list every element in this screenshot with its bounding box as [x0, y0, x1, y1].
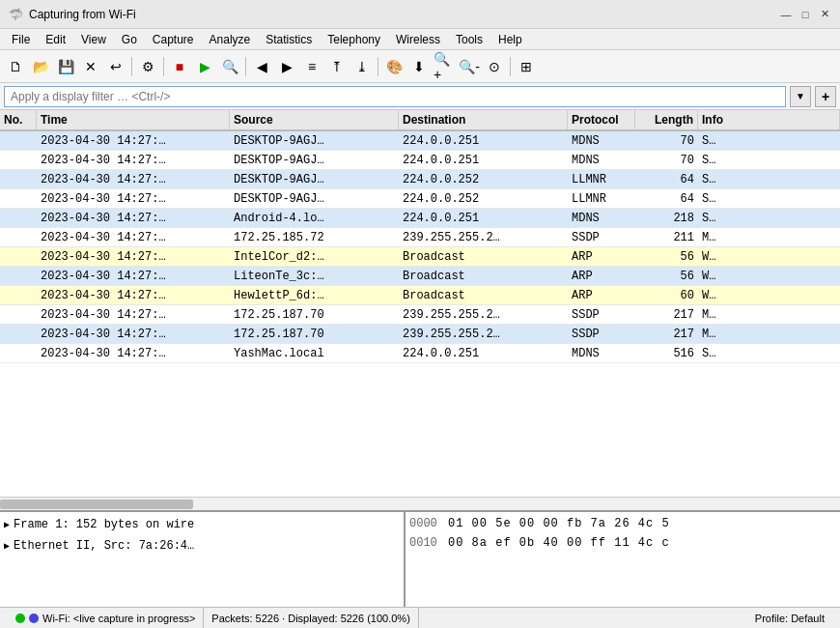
- new-capture-button[interactable]: 🗋: [4, 55, 27, 78]
- stop-button[interactable]: ■: [168, 55, 191, 78]
- header-time[interactable]: Time: [37, 110, 230, 129]
- resize-columns-button[interactable]: ⊞: [515, 55, 538, 78]
- table-row[interactable]: 2023-04-30 14:27:… DESKTOP-9AGJ… 224.0.0…: [0, 189, 840, 209]
- restart-button[interactable]: ▶: [193, 55, 216, 78]
- filter-bar: ▼ +: [0, 83, 840, 110]
- table-row[interactable]: 2023-04-30 14:27:… 172.25.187.70 239.255…: [0, 305, 840, 325]
- maximize-button[interactable]: □: [798, 7, 813, 22]
- close-button[interactable]: ✕: [79, 55, 102, 78]
- cell-dst: 239.255.255.2…: [399, 305, 568, 324]
- menu-item-analyze[interactable]: Analyze: [202, 31, 259, 48]
- expand-arrow: ▶: [4, 519, 10, 530]
- table-row[interactable]: 2023-04-30 14:27:… DESKTOP-9AGJ… 224.0.0…: [0, 170, 840, 189]
- cell-info: M…: [698, 305, 840, 324]
- menu-item-file[interactable]: File: [4, 31, 38, 48]
- horizontal-scrollbar[interactable]: [0, 497, 840, 510]
- cell-time: 2023-04-30 14:27:…: [37, 209, 230, 227]
- cell-proto: LLMNR: [568, 170, 635, 188]
- cell-time: 2023-04-30 14:27:…: [37, 131, 230, 150]
- packet-detail-row[interactable]: ▶Frame 1: 152 bytes on wire: [0, 514, 404, 535]
- cell-no: [0, 305, 37, 324]
- table-row[interactable]: 2023-04-30 14:27:… HewlettP_6d:… Broadca…: [0, 286, 840, 305]
- header-info[interactable]: Info: [698, 110, 840, 129]
- capture-filters-button[interactable]: 🔍: [218, 55, 241, 78]
- cell-proto: ARP: [568, 247, 635, 266]
- status-dot-blue: [29, 614, 39, 623]
- cell-src: 172.25.187.70: [230, 305, 399, 324]
- reload-button[interactable]: ↩: [104, 55, 127, 78]
- close-button[interactable]: ✕: [817, 7, 832, 22]
- hex-row: 0000 01 00 5e 00 00 fb 7a 26 4c 5: [409, 514, 836, 533]
- window-title: Capturing from Wi-Fi: [29, 8, 136, 21]
- cell-proto: ARP: [568, 286, 635, 304]
- menu-item-telephony[interactable]: Telephony: [320, 31, 388, 48]
- detail-text: Ethernet II, Src: 7a:26:4…: [14, 539, 194, 553]
- table-row[interactable]: 2023-04-30 14:27:… DESKTOP-9AGJ… 224.0.0…: [0, 151, 840, 170]
- table-row[interactable]: 2023-04-30 14:27:… 172.25.187.70 239.255…: [0, 325, 840, 344]
- go-first-button[interactable]: ⤒: [325, 55, 349, 78]
- cell-len: 217: [635, 305, 698, 324]
- go-to-button[interactable]: ≡: [300, 55, 323, 78]
- zoom-in-button[interactable]: 🔍+: [433, 55, 456, 78]
- cell-no: [0, 228, 37, 246]
- go-last-button[interactable]: ⤓: [350, 55, 374, 78]
- filter-dropdown-button[interactable]: ▼: [790, 86, 811, 107]
- toolbar-sep-5: [510, 57, 511, 76]
- open-button[interactable]: 📂: [29, 55, 52, 78]
- horizontal-scroll-thumb[interactable]: [0, 500, 193, 509]
- table-row[interactable]: 2023-04-30 14:27:… LiteonTe_3c:… Broadca…: [0, 267, 840, 286]
- hex-row: 0010 00 8a ef 0b 40 00 ff 11 4c c: [409, 533, 836, 553]
- zoom-reset-button[interactable]: ⊙: [483, 55, 506, 78]
- header-destination[interactable]: Destination: [399, 110, 568, 129]
- table-row[interactable]: 2023-04-30 14:27:… Android-4.lo… 224.0.0…: [0, 209, 840, 228]
- cell-src: DESKTOP-9AGJ…: [230, 170, 399, 188]
- scroll-back-button[interactable]: ◀: [250, 55, 273, 78]
- status-packets: Packets: 5226 · Displayed: 5226 (100.0%): [204, 608, 418, 628]
- menu-item-tools[interactable]: Tools: [448, 31, 490, 48]
- status-wifi: Wi-Fi: <live capture in progress>: [8, 608, 204, 628]
- packet-details-panel: ▶Frame 1: 152 bytes on wire▶Ethernet II,…: [0, 512, 406, 607]
- cell-proto: MDNS: [568, 151, 635, 169]
- cell-len: 56: [635, 267, 698, 285]
- hex-bytes: 01 00 5e 00 00 fb 7a 26 4c 5: [448, 517, 836, 530]
- cell-proto: MDNS: [568, 131, 635, 150]
- menu-item-statistics[interactable]: Statistics: [258, 31, 320, 48]
- window-controls[interactable]: — □ ✕: [778, 7, 832, 22]
- table-row[interactable]: 2023-04-30 14:27:… DESKTOP-9AGJ… 224.0.0…: [0, 131, 840, 151]
- cell-time: 2023-04-30 14:27:…: [37, 228, 230, 246]
- cell-src: YashMac.local: [230, 344, 399, 362]
- menu-item-edit[interactable]: Edit: [38, 31, 73, 48]
- capture-options-button[interactable]: ⚙: [136, 55, 159, 78]
- filter-add-button[interactable]: +: [815, 86, 836, 107]
- header-no[interactable]: No.: [0, 110, 37, 129]
- header-source[interactable]: Source: [230, 110, 399, 129]
- auto-scroll-button[interactable]: ⬇: [407, 55, 431, 78]
- cell-src: DESKTOP-9AGJ…: [230, 131, 399, 150]
- cell-len: 218: [635, 209, 698, 227]
- minimize-button[interactable]: —: [778, 7, 794, 22]
- header-protocol[interactable]: Protocol: [568, 110, 635, 129]
- packet-detail-row[interactable]: ▶Ethernet II, Src: 7a:26:4…: [0, 535, 404, 557]
- scroll-fwd-button[interactable]: ▶: [275, 55, 298, 78]
- menu-item-view[interactable]: View: [73, 31, 114, 48]
- menu-item-help[interactable]: Help: [490, 31, 530, 48]
- cell-dst: Broadcast: [399, 247, 568, 266]
- menu-item-wireless[interactable]: Wireless: [388, 31, 448, 48]
- header-length[interactable]: Length: [635, 110, 698, 129]
- save-button[interactable]: 💾: [54, 55, 77, 78]
- filter-input[interactable]: [4, 86, 786, 107]
- title-bar-left: 🦈 Capturing from Wi-Fi: [8, 7, 136, 22]
- menu-item-go[interactable]: Go: [114, 31, 145, 48]
- table-row[interactable]: 2023-04-30 14:27:… IntelCor_d2:… Broadca…: [0, 247, 840, 267]
- cell-info: S…: [698, 189, 840, 208]
- colorize-button[interactable]: 🎨: [382, 55, 406, 78]
- table-row[interactable]: 2023-04-30 14:27:… 172.25.185.72 239.255…: [0, 228, 840, 247]
- cell-proto: SSDP: [568, 305, 635, 324]
- cell-dst: 224.0.0.251: [399, 344, 568, 362]
- cell-info: S…: [698, 209, 840, 227]
- packet-rows[interactable]: 2023-04-30 14:27:… DESKTOP-9AGJ… 224.0.0…: [0, 131, 840, 497]
- table-row[interactable]: 2023-04-30 14:27:… YashMac.local 224.0.0…: [0, 344, 840, 363]
- cell-no: [0, 170, 37, 188]
- zoom-out-button[interactable]: 🔍-: [458, 55, 481, 78]
- menu-item-capture[interactable]: Capture: [145, 31, 202, 48]
